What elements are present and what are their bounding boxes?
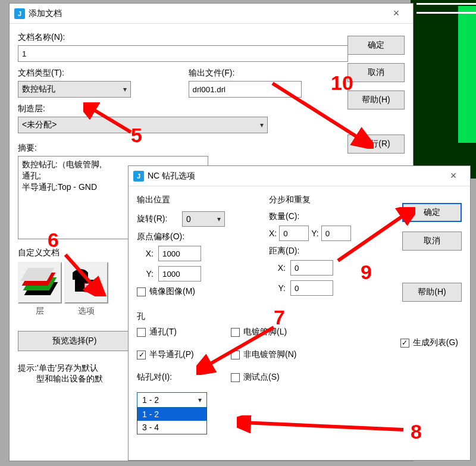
drill-pair-label: 钻孔对(I):	[137, 372, 207, 383]
layer-icon	[23, 268, 57, 298]
step-repeat-title: 分步和重复	[269, 195, 376, 205]
nc-drill-options-dialog: J NC 钻孔选项 × 输出位置 旋转(R): 0 ▾ 原点偏移(O): X:	[128, 165, 471, 461]
drill-pair-option[interactable]: 3 - 4	[137, 421, 206, 434]
preview-button[interactable]: 预览选择(P)	[18, 331, 131, 351]
options-button[interactable]	[64, 262, 108, 304]
origin-offset-label: 原点偏移(O):	[137, 232, 256, 242]
pcb-background	[411, 0, 476, 179]
app-icon: J	[14, 8, 25, 19]
run-button[interactable]: 运行(R)	[347, 135, 405, 154]
dist-y-label: Y:	[269, 283, 286, 293]
count-label: 数量(C):	[269, 211, 376, 222]
gen-list-label: 生成列表(G)	[413, 337, 458, 348]
plated-pin-label: 电镀管脚(L)	[243, 327, 287, 337]
ok-button[interactable]: 确定	[402, 203, 462, 222]
drill-pair-select[interactable]: 1 - 2 ▾	[137, 392, 207, 408]
make-layer-label: 制造层:	[18, 104, 348, 114]
doc-type-select[interactable]: 数控钻孔 ▾	[18, 81, 131, 98]
dlg2-titlebar: J NC 钻孔选项 ×	[129, 166, 470, 186]
chevron-down-icon: ▾	[123, 85, 127, 93]
partial-hole-checkbox[interactable]	[137, 351, 146, 359]
dlg1-titlebar: J 添加文档 ×	[10, 4, 413, 24]
options-caption: 选项	[64, 306, 108, 317]
test-point-checkbox[interactable]	[231, 373, 240, 382]
origin-x-input[interactable]	[158, 246, 201, 261]
count-x-label: X:	[269, 229, 277, 238]
count-x-input[interactable]	[279, 226, 309, 241]
doc-name-label: 文档名称(N):	[18, 32, 348, 43]
chevron-down-icon: ▾	[198, 396, 202, 404]
dist-x-label: X:	[269, 263, 286, 273]
chevron-down-icon: ▾	[260, 121, 264, 129]
through-hole-checkbox[interactable]	[137, 328, 146, 337]
doc-name-input[interactable]	[18, 45, 348, 62]
nonplated-pin-checkbox[interactable]	[231, 351, 240, 359]
doc-type-label: 文档类型(T):	[18, 68, 178, 79]
gen-list-checkbox[interactable]	[400, 339, 409, 348]
hole-section-title: 孔	[137, 311, 462, 322]
distance-label: 距离(D):	[269, 246, 376, 257]
plated-pin-checkbox[interactable]	[231, 328, 240, 337]
output-file-label: 输出文件(F):	[189, 68, 349, 79]
distance-y-input[interactable]	[290, 280, 333, 296]
output-position-title: 输出位置	[137, 195, 256, 205]
origin-y-input[interactable]	[158, 266, 201, 282]
cancel-button[interactable]: 取消	[347, 63, 405, 82]
through-hole-label: 通孔(T)	[149, 327, 177, 337]
app-icon: J	[133, 171, 144, 182]
drill-pair-option[interactable]: 1 - 2	[137, 408, 206, 421]
rotation-label: 旋转(R):	[137, 214, 177, 224]
summary-label: 摘要:	[18, 143, 348, 154]
output-file-input[interactable]	[189, 81, 302, 98]
drill-pair-dropdown: 1 - 2 3 - 4	[137, 408, 207, 434]
partial-hole-label: 半导通孔(P)	[149, 349, 194, 360]
origin-x-label: X:	[137, 249, 154, 258]
chevron-down-icon: ▾	[217, 215, 221, 223]
count-y-input[interactable]	[321, 226, 351, 241]
nonplated-pin-label: 非电镀管脚(N)	[243, 349, 296, 360]
dlg2-title: NC 钻孔选项	[148, 171, 441, 182]
help-button[interactable]: 帮助(H)	[347, 90, 405, 110]
layer-button[interactable]	[18, 262, 62, 304]
mirror-label: 镜像图像(M)	[149, 286, 195, 297]
help-button[interactable]: 帮助(H)	[402, 283, 462, 302]
origin-y-label: Y:	[137, 269, 154, 279]
close-icon[interactable]: ×	[384, 6, 408, 21]
cancel-button[interactable]: 取消	[402, 232, 462, 251]
make-layer-select[interactable]: <未分配> ▾	[18, 117, 268, 133]
svg-rect-0	[84, 283, 96, 292]
options-icon	[70, 268, 102, 298]
ok-button[interactable]: 确定	[347, 36, 405, 55]
distance-x-input[interactable]	[290, 260, 333, 276]
close-icon[interactable]: ×	[441, 168, 465, 184]
dlg1-title: 添加文档	[29, 8, 384, 19]
test-point-label: 测试点(S)	[243, 372, 280, 383]
count-y-label: Y:	[311, 229, 318, 238]
layer-caption: 层	[18, 306, 62, 317]
rotation-select[interactable]: 0 ▾	[182, 211, 225, 227]
mirror-checkbox[interactable]	[137, 287, 146, 296]
